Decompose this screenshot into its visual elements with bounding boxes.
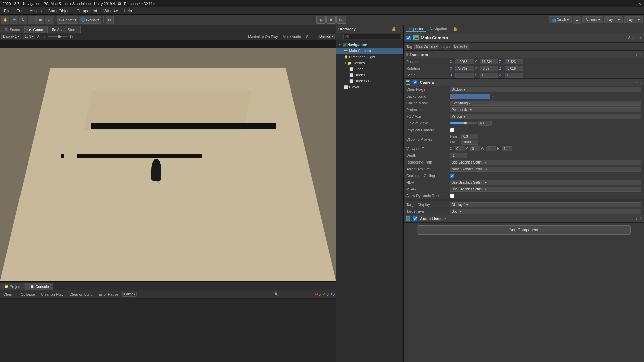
transform-settings[interactable]: ⋮: [639, 52, 642, 56]
clear-flags-dropdown[interactable]: Skybox ▾: [450, 87, 641, 92]
scale-x[interactable]: [455, 73, 474, 78]
background-color[interactable]: [450, 94, 490, 99]
hdr-dropdown[interactable]: Use Graphics Settin... ▾: [450, 180, 641, 185]
tool-move[interactable]: ✛: [10, 16, 18, 24]
static-arrow[interactable]: ▾: [639, 35, 641, 40]
tool-rotate[interactable]: ↻: [19, 16, 27, 24]
layer-dropdown[interactable]: Default ▾: [453, 44, 469, 49]
clear-on-build-btn[interactable]: Clear on Build: [67, 292, 94, 297]
position-z[interactable]: [505, 59, 523, 64]
close-btn[interactable]: ✕: [638, 2, 641, 6]
pivot-dropdown[interactable]: ⊙ Center ▾: [57, 16, 78, 24]
hier-floor[interactable]: ⬜ Floor: [336, 66, 403, 72]
space-dropdown[interactable]: 🌐 Global ▾: [79, 16, 101, 24]
maximize-btn[interactable]: Maximize On Play: [247, 35, 279, 39]
fov-slider[interactable]: [450, 122, 477, 124]
audio-listener-header[interactable]: 🎧 Audio Listener ? ⋮: [404, 215, 644, 222]
menu-edit[interactable]: Edit: [14, 8, 26, 14]
tab-inspector[interactable]: Inspector: [406, 26, 426, 32]
camera-header[interactable]: 📷 Camera ? ⋮: [404, 79, 644, 86]
transform-help[interactable]: ?: [635, 52, 637, 56]
gizmos-dropdown[interactable]: Gizmos ▾: [318, 34, 335, 39]
target-eye-dropdown[interactable]: Both ▾: [450, 209, 641, 214]
tool-rect[interactable]: ⊞: [36, 16, 44, 24]
physical-camera-toggle[interactable]: [450, 128, 454, 132]
play-button[interactable]: ▶: [316, 16, 326, 24]
layers-button[interactable]: Layers ▾: [604, 16, 623, 23]
inspector-lock[interactable]: 🔒: [453, 27, 458, 31]
far-value[interactable]: [461, 140, 478, 145]
vp-w[interactable]: [486, 146, 496, 151]
vp-x[interactable]: [455, 146, 465, 151]
stats-btn[interactable]: Stats: [305, 35, 316, 39]
camera-settings[interactable]: ⋮: [639, 80, 642, 84]
depth-value[interactable]: [450, 153, 467, 158]
collab-button[interactable]: 👥 Collab ▾: [549, 16, 572, 23]
hierarchy-add-btn[interactable]: +: [338, 34, 340, 39]
menu-gameobject[interactable]: GameObject: [45, 8, 73, 14]
menu-window[interactable]: Window: [100, 8, 120, 14]
scale-y[interactable]: [480, 73, 498, 78]
fov-axis-dropdown[interactable]: Vertical ▾: [450, 114, 641, 119]
pause-button[interactable]: ⏸: [326, 16, 336, 24]
tab-game[interactable]: ▶ Game: [25, 26, 47, 33]
cloud-button[interactable]: ☁: [573, 16, 581, 24]
hier-scenes[interactable]: ▼ 📁 Scenes: [336, 60, 403, 66]
rotation-y[interactable]: [480, 66, 498, 71]
dynamic-toggle[interactable]: [450, 194, 454, 198]
tab-scene[interactable]: 🎬 Scene: [0, 26, 25, 33]
scale-slider[interactable]: [48, 36, 68, 37]
collapse-btn[interactable]: Collapse: [18, 292, 37, 297]
rotation-z[interactable]: [505, 66, 523, 71]
bg-edit-icon[interactable]: ✏: [492, 95, 495, 98]
console-more-btn[interactable]: ⋮: [328, 285, 336, 290]
fov-value[interactable]: [478, 121, 492, 126]
near-value[interactable]: [461, 134, 478, 139]
menu-assets[interactable]: Assets: [27, 8, 44, 14]
rendering-path-dropdown[interactable]: Use Graphics Settin... ▾: [450, 160, 641, 165]
tag-dropdown[interactable]: MainCamera ▾: [414, 44, 439, 49]
maximize-btn[interactable]: □: [632, 2, 634, 6]
hier-player[interactable]: ⬜ Player: [336, 84, 403, 90]
hierarchy-search[interactable]: [343, 34, 402, 39]
step-button[interactable]: ⏭: [336, 16, 346, 24]
audio-enabled[interactable]: [413, 216, 417, 221]
snap-btn[interactable]: ⊟: [106, 16, 114, 24]
clear-on-play-btn[interactable]: Clear on Play: [39, 292, 65, 297]
layout-button[interactable]: Layout ▾: [624, 16, 643, 23]
object-name[interactable]: Main Camera: [421, 35, 626, 40]
hier-hinder-1[interactable]: ⬜ Hinder (1): [336, 78, 403, 84]
position-y[interactable]: [480, 59, 498, 64]
msaa-dropdown[interactable]: Use Graphics Settin... ▾: [450, 187, 641, 192]
object-active-toggle[interactable]: [406, 36, 411, 40]
audio-settings[interactable]: ⋮: [639, 217, 642, 220]
tool-hand[interactable]: ✋: [1, 16, 9, 24]
hierarchy-lock[interactable]: 🔒: [391, 27, 396, 31]
hier-directional-light[interactable]: 💡 Directional Light: [336, 54, 403, 60]
target-display-dropdown[interactable]: Display 1 ▾: [450, 202, 641, 207]
scale-z[interactable]: [505, 73, 523, 78]
camera-help[interactable]: ?: [635, 80, 637, 84]
tool-transform[interactable]: ⊕: [45, 16, 53, 24]
clear-btn[interactable]: Clear: [1, 292, 14, 297]
culling-mask-dropdown[interactable]: Everything ▾: [450, 101, 641, 106]
camera-enabled[interactable]: [413, 80, 417, 84]
editor-dropdown[interactable]: Editor ▾: [122, 292, 137, 297]
mute-btn[interactable]: Mute Audio: [281, 35, 303, 39]
viewport-more-btn[interactable]: ⋮: [328, 28, 336, 33]
minimize-btn[interactable]: ─: [626, 2, 628, 6]
tab-project[interactable]: 📁 Project: [0, 283, 26, 290]
occlusion-toggle[interactable]: [450, 174, 454, 178]
vp-y[interactable]: [470, 146, 480, 151]
tab-asset-store[interactable]: 🏪 Asset Store: [47, 26, 81, 33]
hierarchy-more[interactable]: ⋮: [397, 27, 401, 31]
projection-dropdown[interactable]: Perspective ▾: [450, 107, 641, 112]
rotation-x[interactable]: [455, 66, 474, 71]
menu-component[interactable]: Component: [74, 8, 100, 14]
transform-header[interactable]: ⊕ Transform ? ⋮: [404, 51, 644, 58]
tab-console[interactable]: 📋 Console: [26, 283, 53, 290]
error-pause-btn[interactable]: Error Pause: [96, 292, 120, 297]
audio-help[interactable]: ?: [635, 217, 637, 220]
menu-file[interactable]: File: [1, 8, 13, 14]
hier-main-camera[interactable]: 📷 Main Camera: [336, 48, 403, 54]
